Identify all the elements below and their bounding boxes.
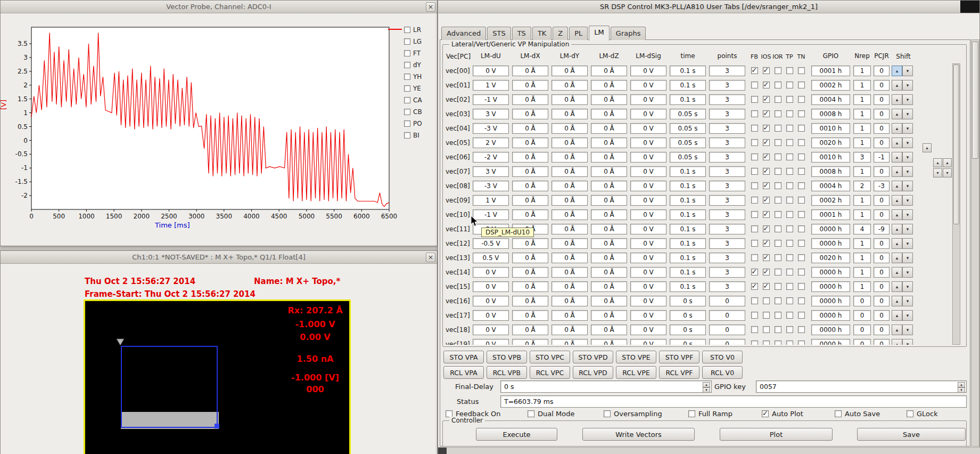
plot-button[interactable]: Plot [720,428,833,441]
dz-entry[interactable]: 0 Å [591,137,627,148]
tp-checkbox[interactable] [786,254,793,261]
legend-item-ca[interactable]: CA [404,94,422,106]
gpio-entry[interactable]: 0020 h [811,253,850,263]
points-entry[interactable]: 3 [709,181,745,191]
dz-entry[interactable]: 0 Å [591,224,627,234]
dx-entry[interactable]: 0 Å [512,66,548,76]
dz-entry[interactable]: 0 Å [591,66,627,76]
shift-up-button[interactable]: ▴ [892,339,902,345]
points-entry[interactable]: 3 [709,238,745,249]
gpio-key-spinner[interactable]: ▴ ▾ [958,382,965,391]
dz-entry[interactable]: 0 Å [591,80,627,91]
option-auto-plot[interactable]: Auto Plot [762,410,803,418]
rcl-vpc-button[interactable]: RCL VPC [530,366,570,379]
tp-checkbox[interactable] [786,139,793,146]
pcjr-entry[interactable]: -1 [874,152,890,163]
dsig-entry[interactable]: 0 V [630,224,666,234]
page-scrollbar[interactable] [971,39,979,447]
shift-up-button[interactable]: ▴ [892,123,902,134]
pcjr-entry[interactable]: 0 [874,325,890,335]
dsig-entry[interactable]: 0 V [630,296,666,306]
tn-checkbox[interactable] [798,182,805,189]
dsig-entry[interactable]: 0 V [630,66,666,76]
legend-checkbox-cb[interactable] [404,109,410,115]
shift-down-button[interactable]: ▾ [902,281,913,292]
time-entry[interactable]: 0.1 s [670,253,706,263]
time-entry[interactable]: 0 s [670,339,706,345]
points-entry[interactable]: 3 [709,66,745,76]
time-entry[interactable]: 0.1 s [670,80,706,91]
shift-all-up-button[interactable]: ▴ [923,143,932,152]
sto-vpa-button[interactable]: STO VPA [443,351,484,363]
option-checkbox[interactable] [604,410,611,417]
time-entry[interactable]: 0.05 s [670,152,706,163]
shift-down-button[interactable]: ▾ [902,339,913,345]
sto-vpe-button[interactable]: STO VPE [616,351,656,363]
fb-checkbox[interactable] [751,269,758,275]
nrep-entry[interactable]: 2 [853,181,871,191]
ios-checkbox[interactable] [763,182,770,189]
shift-down-button[interactable]: ▾ [902,296,913,306]
tn-checkbox[interactable] [798,326,805,333]
time-entry[interactable]: 0.1 s [670,224,706,234]
tab-graphs[interactable]: Graphs [611,27,646,40]
tp-checkbox[interactable] [786,326,793,333]
dx-entry[interactable]: 0 Å [512,310,548,321]
ior-checkbox[interactable] [775,297,781,304]
dx-entry[interactable]: 0 Å [512,209,548,220]
dsig-entry[interactable]: 0 V [630,137,666,148]
du-entry[interactable]: 1 V [473,80,509,91]
dz-entry[interactable]: 0 Å [591,123,627,134]
nrep-entry[interactable]: 3 [853,152,871,163]
ios-checkbox[interactable] [763,110,770,117]
time-entry[interactable]: 0.1 s [670,267,706,278]
option-checkbox[interactable] [688,410,695,417]
shift-down-button[interactable]: ▾ [902,310,913,321]
fb-checkbox[interactable] [751,312,758,319]
gpio-key-input[interactable]: 0057 ▴ ▾ [756,380,967,393]
dy-entry[interactable]: 0 Å [551,80,588,91]
dz-entry[interactable]: 0 Å [591,339,627,345]
shift-down-button[interactable]: ▾ [902,253,913,263]
tp-checkbox[interactable] [786,125,793,132]
tn-checkbox[interactable] [798,168,805,175]
dy-entry[interactable]: 0 Å [551,224,588,234]
tp-checkbox[interactable] [786,197,793,204]
rcl-vpe-button[interactable]: RCL VPE [616,366,656,379]
dy-entry[interactable]: 0 Å [551,137,588,148]
tn-checkbox[interactable] [798,110,805,117]
shift-down-button[interactable]: ▾ [902,238,913,249]
gpio-entry[interactable]: 0000 h [811,310,850,321]
tn-checkbox[interactable] [798,67,805,74]
dz-entry[interactable]: 0 Å [591,238,627,249]
dy-entry[interactable]: 0 Å [551,209,588,220]
dsig-entry[interactable]: 0 V [630,195,666,206]
shift-up-button[interactable]: ▴ [892,325,902,335]
image-titlebar[interactable]: Ch1:0:1 *NOT-SAVED* : M X+ Topo,* Q1/1 F… [1,251,437,264]
vp-close-button[interactable]: × [426,2,435,12]
shift-up-button[interactable]: ▴ [892,224,902,234]
legend-item-po[interactable]: PO [404,118,422,129]
option-dual-mode[interactable]: Dual Mode [528,410,574,418]
ior-checkbox[interactable] [775,96,781,103]
shift-down-button[interactable]: ▾ [902,166,913,177]
selection-rectangle[interactable] [121,346,218,428]
gpio-entry[interactable]: 0010 h [811,152,850,163]
dy-entry[interactable]: 0 Å [551,281,588,292]
shift-up-button[interactable]: ▴ [892,181,902,191]
spin-up-icon[interactable]: ▴ [958,382,965,387]
shift-down-button[interactable]: ▾ [902,80,913,91]
ios-checkbox[interactable] [763,312,770,319]
tab-pl[interactable]: PL [569,27,588,40]
fb-checkbox[interactable] [751,96,758,103]
dz-entry[interactable]: 0 Å [591,296,627,306]
dsig-entry[interactable]: 0 V [630,325,666,335]
time-entry[interactable]: 0.1 s [670,66,706,76]
time-entry[interactable]: 0.1 s [670,166,706,177]
pcjr-entry[interactable]: 0 [874,339,890,345]
ior-checkbox[interactable] [775,110,781,117]
shift-down-button[interactable]: ▾ [902,325,913,335]
tp-checkbox[interactable] [786,297,793,304]
du-entry[interactable]: -1 V [473,94,509,105]
tn-checkbox[interactable] [798,197,805,204]
